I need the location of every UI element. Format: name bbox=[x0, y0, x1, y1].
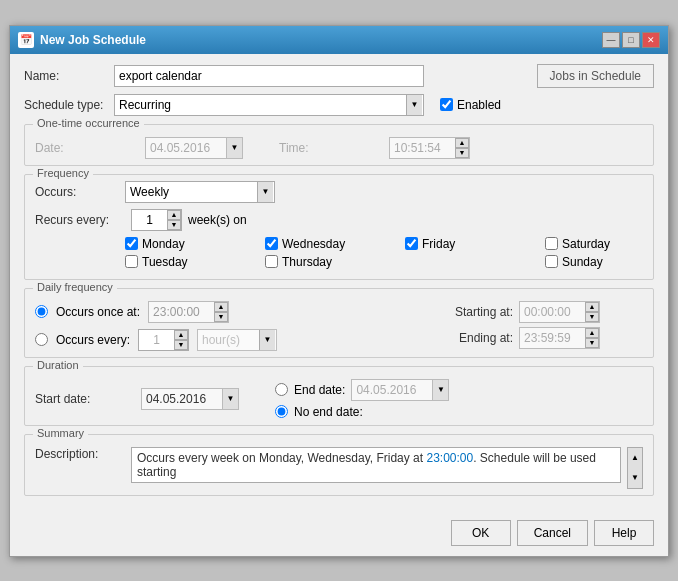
time-input[interactable] bbox=[390, 141, 455, 155]
start-date-picker-button[interactable]: ▼ bbox=[222, 389, 238, 409]
monday-checkbox-label[interactable]: Monday bbox=[125, 237, 265, 251]
hour-unit-select[interactable]: hour(s) minute(s) bbox=[197, 329, 277, 351]
daily-freq-title: Daily frequency bbox=[33, 281, 117, 293]
form-content: Name: Jobs in Schedule Schedule type: Re… bbox=[10, 54, 668, 514]
time-input-wrapper: ▲ ▼ bbox=[389, 137, 470, 159]
maximize-button[interactable]: □ bbox=[622, 32, 640, 48]
enabled-checkbox-label[interactable]: Enabled bbox=[440, 98, 501, 112]
occurs-select[interactable]: Daily Weekly Monthly bbox=[125, 181, 275, 203]
thursday-checkbox[interactable] bbox=[265, 255, 278, 268]
ending-down[interactable]: ▼ bbox=[585, 338, 599, 348]
end-date-radio-label[interactable]: End date: ▼ bbox=[275, 379, 449, 401]
wednesday-checkbox[interactable] bbox=[265, 237, 278, 250]
starting-up[interactable]: ▲ bbox=[585, 302, 599, 312]
recurs-down-button[interactable]: ▼ bbox=[167, 220, 181, 230]
daily-freq-section: Daily frequency Occurs once at: ▲ bbox=[24, 288, 654, 358]
occurs-once-radio[interactable] bbox=[35, 305, 48, 318]
starting-time-input[interactable] bbox=[520, 305, 585, 319]
week-unit-label: week(s) on bbox=[188, 213, 247, 227]
name-input[interactable] bbox=[114, 65, 424, 87]
duration-content: Start date: ▼ End date: ▼ bbox=[35, 373, 643, 419]
occurs-every-down[interactable]: ▼ bbox=[174, 340, 188, 350]
thursday-checkbox-label[interactable]: Thursday bbox=[265, 255, 405, 269]
time-down-button[interactable]: ▼ bbox=[455, 148, 469, 158]
occurs-once-row: Occurs once at: ▲ ▼ bbox=[35, 301, 443, 323]
date-input-wrapper: ▼ bbox=[145, 137, 243, 159]
friday-checkbox-label[interactable]: Friday bbox=[405, 237, 545, 251]
end-date-input[interactable] bbox=[352, 383, 432, 397]
no-end-date-radio[interactable] bbox=[275, 405, 288, 418]
sunday-checkbox-label[interactable]: Sunday bbox=[545, 255, 678, 269]
monday-checkbox[interactable] bbox=[125, 237, 138, 250]
occurs-once-up[interactable]: ▲ bbox=[214, 302, 228, 312]
ending-time-input[interactable] bbox=[520, 331, 585, 345]
wednesday-checkbox-label[interactable]: Wednesday bbox=[265, 237, 405, 251]
name-label: Name: bbox=[24, 69, 114, 83]
start-date-wrapper: ▼ bbox=[141, 388, 239, 410]
end-date-wrapper: ▼ bbox=[351, 379, 449, 401]
ending-row: Ending at: ▲ ▼ bbox=[443, 327, 643, 349]
occurs-once-spinner: ▲ ▼ bbox=[214, 302, 228, 322]
recurs-up-button[interactable]: ▲ bbox=[167, 210, 181, 220]
sunday-label: Sunday bbox=[562, 255, 603, 269]
recurs-row: Recurs every: ▲ ▼ week(s) on bbox=[35, 209, 643, 231]
jobs-in-schedule-button[interactable]: Jobs in Schedule bbox=[537, 64, 654, 88]
occurs-every-input[interactable] bbox=[139, 333, 174, 347]
occurs-once-time-input[interactable] bbox=[149, 305, 214, 319]
thursday-label: Thursday bbox=[282, 255, 332, 269]
occurs-every-spinner: ▲ ▼ bbox=[174, 330, 188, 350]
starting-label: Starting at: bbox=[443, 305, 513, 319]
days-grid: Monday Wednesday Friday Saturday Tuesday bbox=[35, 237, 643, 269]
time-up-button[interactable]: ▲ bbox=[455, 138, 469, 148]
summary-scroll-down[interactable]: ▼ bbox=[628, 468, 642, 488]
tuesday-checkbox-label[interactable]: Tuesday bbox=[125, 255, 265, 269]
occurs-once-down[interactable]: ▼ bbox=[214, 312, 228, 322]
end-date-radio[interactable] bbox=[275, 383, 288, 396]
sunday-checkbox[interactable] bbox=[545, 255, 558, 268]
duration-section: Duration Start date: ▼ End date: bbox=[24, 366, 654, 426]
start-date-input[interactable] bbox=[142, 392, 222, 406]
schedule-type-row: Schedule type: Recurring One-time On sta… bbox=[24, 94, 654, 116]
one-time-row: Date: ▼ Time: ▲ ▼ bbox=[35, 137, 643, 159]
summary-title: Summary bbox=[33, 427, 88, 439]
enabled-label: Enabled bbox=[457, 98, 501, 112]
end-date-picker-button[interactable]: ▼ bbox=[432, 380, 448, 400]
no-end-date-label: No end date: bbox=[294, 405, 363, 419]
schedule-type-wrapper: Recurring One-time On start ▼ bbox=[114, 94, 424, 116]
schedule-type-select[interactable]: Recurring One-time On start bbox=[114, 94, 424, 116]
summary-scroll-up[interactable]: ▲ bbox=[628, 448, 642, 468]
starting-down[interactable]: ▼ bbox=[585, 312, 599, 322]
date-label: Date: bbox=[35, 141, 125, 155]
summary-section: Summary Description: Occurs every week o… bbox=[24, 434, 654, 496]
description-text: Occurs every week on Monday, Wednesday, … bbox=[131, 447, 621, 483]
occurs-label: Occurs: bbox=[35, 185, 125, 199]
description-time: 23:00:00 bbox=[426, 451, 473, 465]
enabled-checkbox[interactable] bbox=[440, 98, 453, 111]
friday-checkbox[interactable] bbox=[405, 237, 418, 250]
close-button[interactable]: ✕ bbox=[642, 32, 660, 48]
recurs-input[interactable] bbox=[132, 213, 167, 227]
recurs-spinner: ▲ ▼ bbox=[167, 210, 181, 230]
occurs-select-wrapper: Daily Weekly Monthly ▼ bbox=[125, 181, 275, 203]
cancel-button[interactable]: Cancel bbox=[517, 520, 588, 546]
help-button[interactable]: Help bbox=[594, 520, 654, 546]
hour-select-wrapper: hour(s) minute(s) ▼ bbox=[197, 329, 277, 351]
occurs-once-label: Occurs once at: bbox=[56, 305, 140, 319]
saturday-checkbox[interactable] bbox=[545, 237, 558, 250]
no-end-date-radio-label[interactable]: No end date: bbox=[275, 405, 449, 419]
time-spinner: ▲ ▼ bbox=[455, 138, 469, 158]
minimize-button[interactable]: — bbox=[602, 32, 620, 48]
tuesday-checkbox[interactable] bbox=[125, 255, 138, 268]
summary-desc-row: Description: Occurs every week on Monday… bbox=[35, 447, 643, 489]
duration-row: Start date: ▼ End date: ▼ bbox=[35, 379, 643, 419]
occurs-every-radio[interactable] bbox=[35, 333, 48, 346]
occurs-once-time-wrapper: ▲ ▼ bbox=[148, 301, 229, 323]
date-input[interactable] bbox=[146, 141, 226, 155]
date-picker-button[interactable]: ▼ bbox=[226, 138, 242, 158]
ending-spinner: ▲ ▼ bbox=[585, 328, 599, 348]
ending-up[interactable]: ▲ bbox=[585, 328, 599, 338]
occurs-every-up[interactable]: ▲ bbox=[174, 330, 188, 340]
saturday-checkbox-label[interactable]: Saturday bbox=[545, 237, 678, 251]
one-time-section: One-time occurrence Date: ▼ Time: ▲ ▼ bbox=[24, 124, 654, 166]
ok-button[interactable]: OK bbox=[451, 520, 511, 546]
